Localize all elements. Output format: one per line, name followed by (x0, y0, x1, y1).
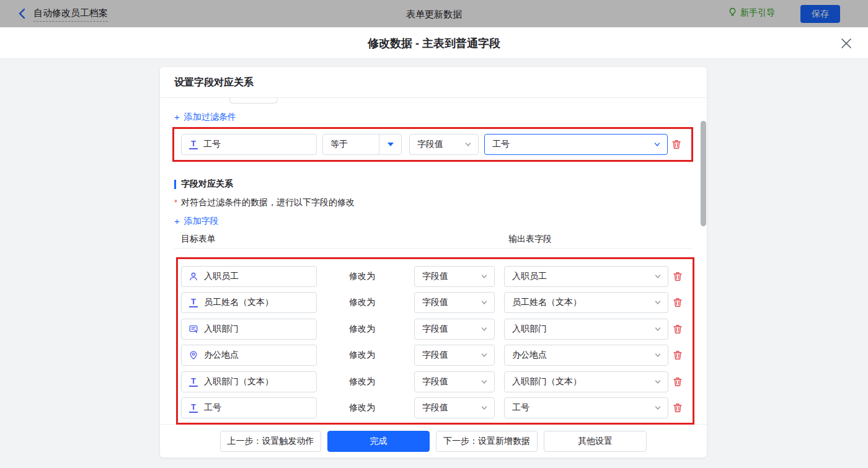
target-field-input[interactable]: T 工号 (181, 397, 317, 418)
prev-step-button[interactable]: 上一步：设置触发动作 (220, 431, 321, 452)
valuetype-label: 字段值 (422, 402, 448, 413)
chevron-down-icon (480, 351, 488, 359)
chevron-down-icon (654, 351, 662, 359)
field-type-icon: T (188, 298, 198, 307)
valuetype-select[interactable]: 字段值 (414, 397, 495, 418)
chevron-down-icon (654, 325, 662, 333)
filter-valuetype-select[interactable]: 字段值 (409, 134, 479, 155)
plus-icon: + (174, 113, 180, 121)
target-field-input[interactable]: T 办公地点 (181, 345, 317, 366)
chevron-down-icon (480, 273, 488, 280)
delete-row-icon[interactable] (672, 376, 683, 387)
valuetype-label: 字段值 (422, 297, 448, 308)
plus-icon: + (174, 217, 180, 226)
filter-valuetype-label: 字段值 (417, 139, 443, 150)
target-field-input[interactable]: T 入职员工 (181, 266, 317, 287)
valuetype-select[interactable]: 字段值 (414, 371, 495, 392)
field-type-icon: T (188, 350, 198, 360)
valuetype-select[interactable]: 字段值 (414, 292, 495, 313)
column-header-output: 输出表字段 (508, 234, 552, 245)
modify-to-label: 修改为 (349, 271, 375, 282)
table-header-divider (174, 248, 693, 249)
output-field-select[interactable]: 员工姓名（文本） (504, 292, 668, 313)
valuetype-select[interactable]: 字段值 (414, 319, 495, 340)
column-header-target: 目标表单 (181, 234, 216, 245)
close-icon[interactable] (839, 37, 853, 50)
scrollbar-thumb[interactable] (701, 121, 706, 226)
add-filter-condition-link[interactable]: + 添加过滤条件 (174, 112, 236, 123)
output-field-select[interactable]: 入职部门 (504, 319, 668, 340)
modal-dim-overlay (0, 0, 868, 27)
output-field-label: 工号 (512, 402, 529, 413)
target-field-input[interactable]: T 入职部门（文本） (181, 371, 317, 392)
delete-filter-icon[interactable] (671, 139, 682, 150)
text-field-icon: T (188, 139, 198, 149)
clipped-scrolled-control (229, 98, 278, 104)
modal-body: 设置字段对应关系 + 添加过滤条件 T 工号 等于 字段值 工号 (0, 59, 868, 468)
chevron-down-icon (654, 299, 662, 306)
output-field-label: 入职部门（文本） (512, 376, 582, 387)
modify-to-label: 修改为 (349, 402, 375, 413)
chevron-down-icon (654, 378, 662, 386)
next-step-button[interactable]: 下一步：设置新增数据 (436, 431, 538, 452)
filter-operator-label: 等于 (323, 139, 379, 150)
other-settings-button[interactable]: 其他设置 (544, 431, 647, 452)
modify-to-label: 修改为 (349, 324, 375, 335)
valuetype-label: 字段值 (422, 350, 448, 361)
output-field-label: 员工姓名（文本） (512, 297, 582, 308)
modify-to-label: 修改为 (349, 376, 375, 387)
mapping-row: T 办公地点 修改为 字段值 办公地点 (160, 345, 707, 366)
field-type-icon: T (188, 272, 198, 281)
field-type-icon: T (188, 403, 198, 413)
section-accent-bar (174, 180, 176, 189)
filter-valuefield-label: 工号 (492, 139, 510, 150)
output-field-label: 入职部门 (512, 324, 547, 335)
chevron-down-icon (464, 141, 472, 148)
filter-valuefield-select[interactable]: 工号 (484, 134, 668, 155)
mapping-description: *对符合过滤条件的数据，进行以下字段的修改 (174, 197, 355, 208)
output-field-select[interactable]: 入职员工 (504, 266, 668, 287)
output-field-label: 办公地点 (512, 350, 547, 361)
target-field-input[interactable]: T 入职部门 (181, 319, 317, 340)
target-field-label: 员工姓名（文本） (204, 297, 273, 308)
modal-header: 修改数据 - 主表到普通字段 (0, 27, 868, 59)
target-field-input[interactable]: T 员工姓名（文本） (181, 292, 317, 313)
delete-row-icon[interactable] (672, 324, 683, 335)
target-field-label: 工号 (204, 402, 221, 413)
card-title: 设置字段对应关系 (174, 76, 254, 89)
valuetype-select[interactable]: 字段值 (414, 266, 495, 287)
mapping-section-title: 字段对应关系 (174, 179, 233, 190)
chevron-down-icon (653, 141, 661, 148)
mapping-row: T 工号 修改为 字段值 工号 (160, 397, 707, 418)
filter-operator-select[interactable]: 等于 (322, 134, 402, 155)
delete-row-icon[interactable] (672, 271, 683, 282)
operator-caret-button[interactable] (379, 135, 401, 154)
add-field-link[interactable]: + 添加字段 (174, 216, 219, 227)
finish-button[interactable]: 完成 (327, 431, 430, 452)
chevron-down-icon (654, 273, 662, 280)
filter-field-label: 工号 (203, 139, 221, 150)
modify-to-label: 修改为 (349, 350, 375, 361)
output-field-select[interactable]: 入职部门（文本） (504, 371, 668, 392)
filter-field-input[interactable]: T 工号 (181, 134, 317, 155)
chevron-down-icon (480, 404, 488, 412)
delete-row-icon[interactable] (672, 350, 683, 361)
delete-row-icon[interactable] (672, 297, 683, 308)
required-asterisk: * (174, 198, 177, 207)
valuetype-label: 字段值 (422, 324, 448, 335)
settings-card: 设置字段对应关系 + 添加过滤条件 T 工号 等于 字段值 工号 (160, 67, 707, 457)
target-field-label: 入职部门 (204, 324, 239, 335)
output-field-select[interactable]: 工号 (504, 397, 668, 418)
valuetype-label: 字段值 (422, 376, 448, 387)
target-field-label: 入职员工 (204, 271, 239, 282)
modify-to-label: 修改为 (349, 297, 375, 308)
output-field-select[interactable]: 办公地点 (504, 345, 668, 366)
chevron-down-icon (480, 325, 488, 333)
target-field-label: 办公地点 (204, 350, 239, 361)
caret-down-icon (388, 143, 394, 146)
valuetype-select[interactable]: 字段值 (414, 345, 495, 366)
mapping-row: T 入职员工 修改为 字段值 入职员工 (160, 266, 707, 287)
add-filter-label: 添加过滤条件 (184, 112, 236, 123)
delete-row-icon[interactable] (672, 402, 683, 413)
chevron-down-icon (480, 299, 488, 306)
